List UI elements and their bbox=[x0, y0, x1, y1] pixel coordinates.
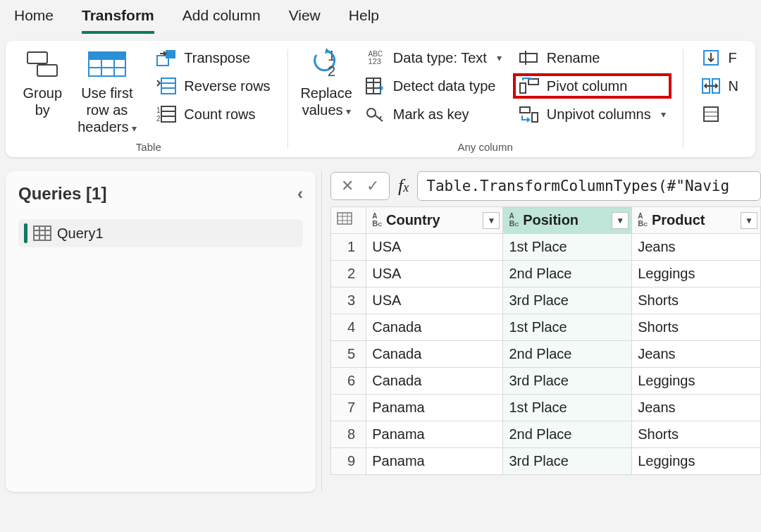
query-name: Query1 bbox=[57, 225, 104, 242]
column-header-label: Position bbox=[523, 212, 579, 228]
table-row: 2USA2nd PlaceLeggings bbox=[331, 261, 761, 287]
pivot-column-button[interactable]: Pivot column bbox=[514, 75, 670, 97]
group-by-button[interactable]: Group by bbox=[18, 45, 66, 121]
cell[interactable]: 3rd Place bbox=[503, 448, 632, 475]
column-header-label: Country bbox=[386, 212, 440, 228]
cell[interactable]: 3rd Place bbox=[503, 287, 632, 314]
svg-rect-0 bbox=[27, 52, 47, 63]
chevron-down-icon: ▾ bbox=[661, 109, 666, 120]
svg-rect-8 bbox=[166, 50, 175, 58]
row-number[interactable]: 5 bbox=[331, 341, 366, 368]
column-header-product[interactable]: ABCProduct▼ bbox=[632, 207, 761, 234]
filter-button[interactable]: ▼ bbox=[483, 212, 500, 229]
transpose-button[interactable]: Transpose bbox=[151, 47, 274, 69]
detect-data-type-button[interactable]: ? Detect data type bbox=[361, 75, 506, 97]
row-number[interactable]: 8 bbox=[331, 421, 366, 448]
svg-rect-3 bbox=[89, 53, 125, 60]
extra-n-label: N bbox=[729, 78, 738, 94]
data-type-icon: ABC123 bbox=[365, 49, 386, 66]
extra-c-button[interactable] bbox=[696, 103, 743, 125]
cell[interactable]: 1st Place bbox=[503, 395, 632, 421]
menu-tab-transform[interactable]: Transform bbox=[82, 7, 154, 34]
svg-text:2: 2 bbox=[156, 115, 161, 123]
menu-tab-help[interactable]: Help bbox=[349, 7, 379, 34]
cell[interactable]: Jeans bbox=[632, 341, 761, 368]
cell[interactable]: USA bbox=[366, 234, 503, 261]
key-icon bbox=[365, 106, 386, 123]
text-type-icon: ABC bbox=[638, 213, 648, 228]
cell[interactable]: Shorts bbox=[632, 287, 761, 314]
extra-f-button[interactable]: F bbox=[696, 47, 743, 69]
cell[interactable]: Leggings bbox=[632, 261, 761, 287]
extra-n-button[interactable]: N bbox=[696, 75, 743, 97]
menu-tab-view[interactable]: View bbox=[289, 7, 321, 34]
filter-button[interactable]: ▼ bbox=[612, 212, 629, 229]
formula-input[interactable]: Table.TransformColumnTypes(#"Navig bbox=[417, 171, 761, 201]
use-first-row-label: Use first row as headers▾ bbox=[70, 85, 143, 135]
column-header-country[interactable]: ABCCountry▼ bbox=[366, 207, 503, 234]
formula-confirm-button[interactable]: ✓ bbox=[366, 177, 379, 195]
row-number[interactable]: 9 bbox=[331, 448, 366, 475]
cell[interactable]: Jeans bbox=[632, 395, 761, 421]
mark-as-key-button[interactable]: Mark as key bbox=[361, 103, 506, 125]
row-number[interactable]: 6 bbox=[331, 368, 366, 395]
collapse-queries-button[interactable]: ‹ bbox=[297, 184, 303, 204]
group-by-label: Group by bbox=[23, 85, 62, 118]
fill-icon bbox=[700, 49, 722, 66]
cell[interactable]: Leggings bbox=[632, 448, 761, 475]
queries-panel: Queries [1] ‹ Query1 bbox=[6, 171, 316, 492]
table-row: 9Panama3rd PlaceLeggings bbox=[331, 448, 761, 475]
mark-as-key-label: Mark as key bbox=[393, 106, 469, 123]
row-number[interactable]: 4 bbox=[331, 314, 366, 341]
cell[interactable]: 2nd Place bbox=[503, 341, 632, 368]
menu-tab-add-column[interactable]: Add column bbox=[182, 7, 261, 34]
svg-rect-1 bbox=[37, 65, 57, 76]
cell[interactable]: Panama bbox=[366, 448, 503, 475]
transpose-icon bbox=[156, 49, 177, 66]
cell[interactable]: Canada bbox=[366, 368, 503, 395]
menu-tab-home[interactable]: Home bbox=[14, 7, 54, 34]
cell[interactable]: Canada bbox=[366, 341, 503, 368]
formula-cancel-button[interactable]: ✕ bbox=[341, 177, 354, 195]
cell[interactable]: Panama bbox=[366, 395, 503, 421]
cell[interactable]: 1st Place bbox=[503, 234, 632, 261]
rename-button[interactable]: Rename bbox=[514, 47, 670, 69]
cell[interactable]: Panama bbox=[366, 421, 503, 448]
svg-text:?: ? bbox=[378, 84, 384, 94]
cell[interactable]: 2nd Place bbox=[503, 421, 632, 448]
count-rows-button[interactable]: 12 Count rows bbox=[151, 103, 274, 125]
cell[interactable]: USA bbox=[366, 287, 503, 314]
table-corner[interactable] bbox=[331, 207, 366, 234]
row-number[interactable]: 3 bbox=[331, 287, 366, 314]
cell[interactable]: 1st Place bbox=[503, 314, 632, 341]
cell[interactable]: 2nd Place bbox=[503, 261, 632, 287]
row-number[interactable]: 2 bbox=[331, 261, 366, 287]
cell[interactable]: Leggings bbox=[632, 368, 761, 395]
row-number[interactable]: 7 bbox=[331, 395, 366, 421]
ribbon-group-table-label: Table bbox=[18, 138, 279, 153]
table-row: 7Panama1st PlaceJeans bbox=[331, 395, 761, 421]
unpivot-columns-icon bbox=[519, 106, 540, 123]
column-header-position[interactable]: ABCPosition▼ bbox=[503, 207, 632, 234]
filter-button[interactable]: ▼ bbox=[741, 212, 757, 229]
rename-label: Rename bbox=[547, 50, 600, 66]
svg-text:2: 2 bbox=[328, 63, 335, 79]
cell[interactable]: Shorts bbox=[632, 421, 761, 448]
cell[interactable]: USA bbox=[366, 261, 503, 287]
chevron-down-icon: ▾ bbox=[497, 52, 502, 63]
ribbon-group-any-column: 1 2 Replace values▾ ABC123 Data type: Te… bbox=[287, 45, 682, 153]
replace-values-button[interactable]: 1 2 Replace values▾ bbox=[296, 45, 356, 121]
cell[interactable]: Shorts bbox=[632, 314, 761, 341]
reverse-rows-button[interactable]: Reverse rows bbox=[151, 75, 274, 97]
cell[interactable]: Jeans bbox=[632, 234, 761, 261]
cell[interactable]: 3rd Place bbox=[503, 368, 632, 395]
cell[interactable]: Canada bbox=[366, 314, 503, 341]
pivot-column-label: Pivot column bbox=[547, 78, 628, 94]
use-first-row-button[interactable]: Use first row as headers▾ bbox=[66, 45, 147, 138]
count-rows-icon: 12 bbox=[156, 106, 177, 123]
query-item[interactable]: Query1 bbox=[18, 219, 303, 247]
row-number[interactable]: 1 bbox=[331, 234, 366, 261]
table-icon bbox=[33, 225, 51, 241]
data-type-button[interactable]: ABC123 Data type: Text▾ bbox=[361, 47, 506, 69]
unpivot-columns-button[interactable]: Unpivot columns▾ bbox=[514, 103, 670, 125]
